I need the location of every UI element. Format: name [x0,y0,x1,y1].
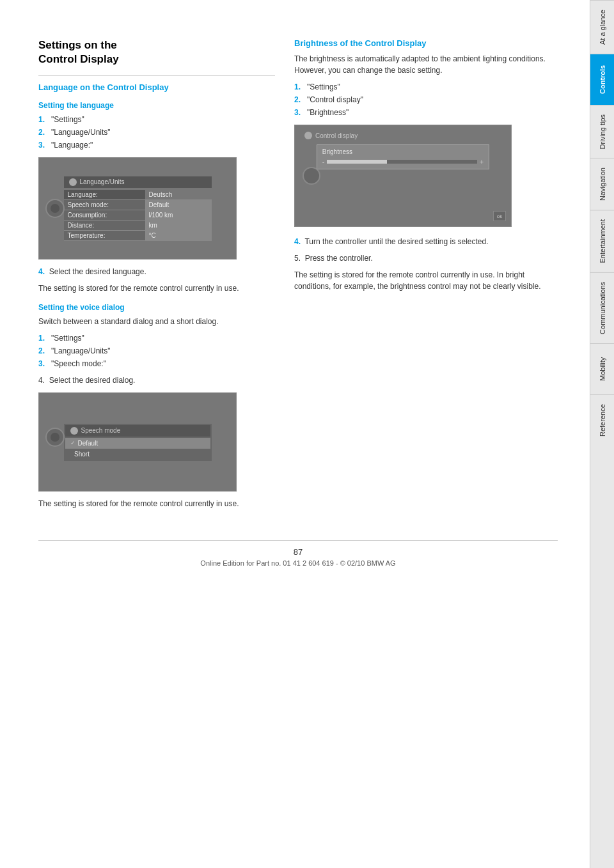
footer-text: Online Edition for Part no. 01 41 2 604 … [38,559,558,567]
brightness-note: The setting is stored for the remote con… [294,269,558,292]
subsection1-title: Language on the Control Display [38,82,275,92]
list-item: 2. "Control display" [294,94,558,105]
sidebar: At a glance Controls Driving tips Naviga… [590,0,614,868]
left-column: Settings on the Control Display Language… [38,38,275,515]
main-title: Settings on the Control Display [38,38,275,66]
right-column: Brightness of the Control Display The br… [294,38,558,515]
sub2-note: The setting is stored for the remote con… [38,498,275,509]
list-item: 2. "Language/Units" [38,127,275,138]
list-item: 1. "Settings" [38,114,275,125]
sub2-voice-dialog-title: Setting the voice dialog [38,303,275,312]
screenshot-language: Language/Units Language:Deutsch Speech m… [38,157,237,260]
sidebar-tab-reference[interactable]: Reference [590,394,615,446]
list-item: 1. "Settings" [38,332,275,344]
sidebar-tab-controls[interactable]: Controls [590,54,615,105]
sub1-note: The setting is stored for the remote con… [38,283,275,294]
sub1-setting-language-title: Setting the language [38,101,275,110]
sub1-language-list: 1. "Settings" 2. "Language/Units" 3. "La… [38,114,275,151]
brightness-title: Brightness of the Control Display [294,38,558,48]
sidebar-tab-entertainment[interactable]: Entertainment [590,210,615,272]
list-item: 2. "Language/Units" [38,345,275,357]
screenshot-speech: Speech mode ✓ Default Short [38,392,237,492]
list-item: 3. "Brightness" [294,107,558,118]
sub2-step4-text: 4. Select the desired dialog. [38,375,275,386]
list-item: 1. "Settings" [294,81,558,93]
sub2-intro: Switch between a standard dialog and a s… [38,316,275,327]
sidebar-tab-at-a-glance[interactable]: At a glance [590,0,615,54]
sidebar-tab-communications[interactable]: Communications [590,272,615,343]
step4-text: 4. Turn the controller until the desired… [294,236,558,247]
sub1-step4-text: 4. Select the desired language. [38,266,275,277]
list-item: 3. "Speech mode:" [38,358,275,369]
sidebar-tab-navigation[interactable]: Navigation [590,158,615,210]
brightness-steps-list: 1. "Settings" 2. "Control display" 3. "B… [294,81,558,118]
sub2-speech-list: 1. "Settings" 2. "Language/Units" 3. "Sp… [38,332,275,369]
sidebar-tab-mobility[interactable]: Mobility [590,343,615,394]
screenshot-brightness: Control display Brightness - + ok [294,125,512,227]
step5-text: 5. Press the controller. [294,252,558,264]
brightness-intro: The brightness is automatically adapted … [294,53,558,76]
list-item: 3. "Language:" [38,139,275,151]
page-number: 87 [38,547,558,557]
page-footer: 87 Online Edition for Part no. 01 41 2 6… [38,540,558,567]
sidebar-tab-driving-tips[interactable]: Driving tips [590,105,615,158]
